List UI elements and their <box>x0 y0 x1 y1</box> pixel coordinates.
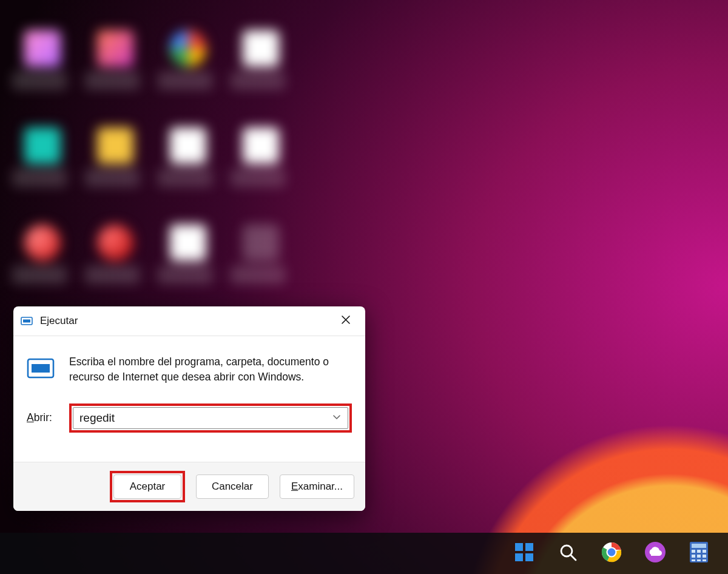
taskbar <box>0 533 728 574</box>
svg-rect-19 <box>692 555 695 558</box>
open-label: Abrir: <box>27 411 69 424</box>
svg-rect-5 <box>525 543 533 551</box>
run-dialog-description: Escriba el nombre del programa, carpeta,… <box>69 354 352 385</box>
svg-rect-22 <box>692 559 695 561</box>
svg-rect-17 <box>697 550 701 553</box>
run-dialog-buttons: Aceptar Cancelar Examinar... <box>13 462 365 511</box>
search-icon <box>558 542 578 564</box>
svg-rect-20 <box>697 555 701 558</box>
taskbar-chrome[interactable] <box>599 541 624 566</box>
run-dialog-large-icon <box>27 357 69 382</box>
start-button[interactable] <box>512 541 536 566</box>
taskbar-search[interactable] <box>556 541 580 566</box>
taskbar-calculator[interactable] <box>687 541 711 566</box>
chrome-icon <box>601 542 622 565</box>
svg-rect-4 <box>515 543 523 551</box>
cancel-button[interactable]: Cancelar <box>196 474 269 499</box>
open-input-highlight <box>69 403 352 433</box>
desktop-icons-blurred <box>0 0 303 316</box>
svg-rect-6 <box>515 553 523 561</box>
run-dialog-title: Ejecutar <box>40 315 78 327</box>
run-dialog-titlebar[interactable]: Ejecutar <box>13 306 365 336</box>
browse-button[interactable]: Examinar... <box>280 474 354 499</box>
svg-rect-21 <box>703 555 706 558</box>
close-button[interactable] <box>334 309 358 333</box>
svg-rect-23 <box>697 559 701 561</box>
desktop-background: Ejecutar Escriba el nombre del programa,… <box>0 0 728 574</box>
svg-rect-1 <box>23 320 30 323</box>
svg-rect-3 <box>32 364 50 373</box>
svg-line-9 <box>571 555 576 560</box>
run-icon <box>21 316 33 326</box>
svg-rect-18 <box>703 550 706 553</box>
svg-rect-7 <box>525 553 533 561</box>
run-dialog: Ejecutar Escriba el nombre del programa,… <box>13 306 365 511</box>
close-icon <box>341 315 351 327</box>
ok-button[interactable]: Aceptar <box>113 474 181 499</box>
open-input[interactable] <box>73 407 348 429</box>
windows-logo-icon <box>514 542 534 565</box>
svg-rect-16 <box>692 550 695 553</box>
calculator-icon <box>689 541 709 566</box>
cloud-icon <box>644 541 666 566</box>
ok-button-highlight: Aceptar <box>110 471 185 502</box>
svg-rect-15 <box>692 544 706 548</box>
svg-rect-24 <box>703 559 706 561</box>
taskbar-cloud-app[interactable] <box>643 541 667 566</box>
